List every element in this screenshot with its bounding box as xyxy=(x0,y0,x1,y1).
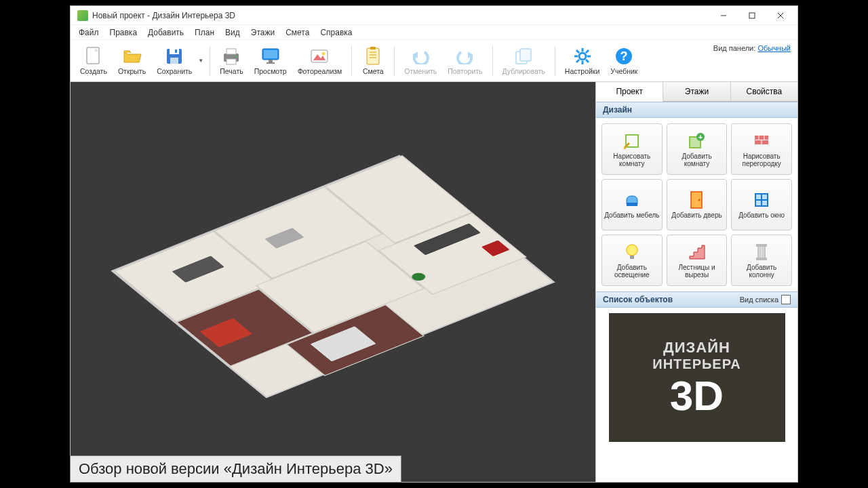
help-icon: ? xyxy=(614,46,634,66)
separator xyxy=(492,46,493,76)
app-icon xyxy=(77,10,88,21)
preview-button[interactable]: Просмотр xyxy=(250,44,292,77)
tab-properties[interactable]: Свойства xyxy=(731,82,797,101)
promo-3d: 3D xyxy=(670,375,724,417)
printer-icon xyxy=(221,46,241,66)
promo-logo: ДИЗАЙН ИНТЕРЬЕРА 3D xyxy=(609,313,785,442)
close-button[interactable] xyxy=(766,7,795,24)
svg-rect-59 xyxy=(630,256,634,259)
menubar: Файл Правка Добавить План Вид Этажи Смет… xyxy=(71,25,797,40)
photoreal-button[interactable]: Фотореализм xyxy=(293,44,347,77)
design-btn-draw-room[interactable]: Нарисовать комнату xyxy=(601,123,663,175)
separator xyxy=(555,46,555,76)
menu-edit[interactable]: Правка xyxy=(104,26,143,39)
add-room-icon: + xyxy=(686,131,707,151)
svg-rect-16 xyxy=(269,60,273,62)
app-window: Новый проект - Дизайн Интерьера 3D Файл … xyxy=(70,5,798,483)
add-window-icon xyxy=(751,190,772,210)
save-button[interactable]: Сохранить xyxy=(152,44,197,77)
svg-rect-8 xyxy=(170,58,178,64)
svg-rect-9 xyxy=(175,49,177,53)
render-icon xyxy=(309,46,330,66)
save-icon xyxy=(164,46,184,66)
save-label: Сохранить xyxy=(157,67,192,75)
duplicate-label: Дублировать xyxy=(502,67,545,75)
design-btn-add-column[interactable]: Добавить колонну xyxy=(731,235,792,286)
object-list-view-toggle[interactable]: Вид списка xyxy=(740,295,791,304)
design-grid: Нарисовать комнату+Добавить комнатуНарис… xyxy=(596,118,797,291)
caption-text: Обзор новой версии «Дизайн Интерьера 3D» xyxy=(79,460,393,478)
menu-plan[interactable]: План xyxy=(189,26,220,39)
open-label: Открыть xyxy=(118,67,146,75)
side-tabs: Проект Этажи Свойства xyxy=(596,82,797,102)
draw-room-icon xyxy=(622,131,642,151)
window-controls xyxy=(709,7,795,24)
svg-point-30 xyxy=(579,53,586,60)
svg-rect-1 xyxy=(749,13,755,18)
menu-view[interactable]: Вид xyxy=(220,26,245,39)
menu-file[interactable]: Файл xyxy=(73,26,104,39)
viewport-3d[interactable] xyxy=(71,82,595,482)
close-icon xyxy=(777,12,784,19)
design-label: Добавить освещение xyxy=(604,264,660,279)
svg-rect-11 xyxy=(226,49,236,54)
open-button[interactable]: Открыть xyxy=(113,44,151,77)
svg-line-35 xyxy=(576,50,579,53)
estimate-button[interactable]: Смета xyxy=(357,44,389,77)
design-btn-add-door[interactable]: Добавить дверь xyxy=(667,179,728,230)
window-title: Новый проект - Дизайн Интерьера 3D xyxy=(92,11,709,20)
svg-rect-47 xyxy=(755,136,768,140)
design-btn-add-light[interactable]: Добавить освещение xyxy=(601,235,663,286)
svg-text:?: ? xyxy=(620,49,628,63)
new-file-icon xyxy=(83,46,104,66)
design-label: Добавить комнату xyxy=(669,152,726,168)
minimize-button[interactable] xyxy=(709,7,738,24)
stairs-icon xyxy=(686,242,707,262)
svg-text:+: + xyxy=(698,133,703,141)
print-button[interactable]: Печать xyxy=(215,44,248,77)
side-panel: Проект Этажи Свойства Дизайн Нарисовать … xyxy=(595,82,797,482)
design-btn-add-window[interactable]: Добавить окно xyxy=(731,179,792,230)
help-button[interactable]: ? Учебник xyxy=(606,44,642,77)
tab-floors[interactable]: Этажи xyxy=(663,82,730,101)
menu-estimate[interactable]: Смета xyxy=(280,26,315,39)
settings-button[interactable]: Настройки xyxy=(560,44,605,77)
svg-rect-60 xyxy=(758,246,765,258)
menu-help[interactable]: Справка xyxy=(315,26,357,39)
redo-button[interactable]: Повторить xyxy=(443,44,487,77)
design-label: Добавить окно xyxy=(738,211,785,220)
design-btn-draw-wall[interactable]: Нарисовать перегородку xyxy=(731,123,792,175)
duplicate-button[interactable]: Дублировать xyxy=(498,44,550,77)
save-button-group: Сохранить ▼ xyxy=(151,44,205,77)
panel-mode-link[interactable]: Обычный xyxy=(757,44,791,52)
main-area: Проект Этажи Свойства Дизайн Нарисовать … xyxy=(71,82,797,482)
floorplan-render xyxy=(81,90,585,474)
menu-floors[interactable]: Этажи xyxy=(245,26,280,39)
design-btn-stairs[interactable]: Лестницы и вырезы xyxy=(667,235,728,286)
add-light-icon xyxy=(622,242,642,262)
folder-open-icon xyxy=(122,46,142,66)
undo-button[interactable]: Отменить xyxy=(399,44,441,77)
tab-project[interactable]: Проект xyxy=(596,82,663,102)
list-view-icon xyxy=(781,295,791,304)
add-furniture-icon xyxy=(622,190,642,210)
design-btn-add-room[interactable]: +Добавить комнату xyxy=(667,123,728,175)
redo-icon xyxy=(455,46,475,66)
object-list-header: Список объектов Вид списка xyxy=(596,291,797,308)
design-btn-add-furniture[interactable]: Добавить мебель xyxy=(601,179,663,230)
maximize-button[interactable] xyxy=(738,7,766,24)
estimate-label: Смета xyxy=(363,67,384,75)
svg-point-20 xyxy=(322,52,326,56)
estimate-icon xyxy=(363,46,383,66)
svg-point-54 xyxy=(698,199,701,201)
save-dropdown-arrow[interactable]: ▼ xyxy=(196,49,205,72)
design-label: Добавить мебель xyxy=(604,211,659,220)
menu-add[interactable]: Добавить xyxy=(142,26,189,39)
svg-point-58 xyxy=(627,245,637,256)
object-list-title: Список объектов xyxy=(603,295,673,304)
svg-rect-12 xyxy=(226,59,236,64)
separator xyxy=(394,46,395,76)
design-label: Добавить колонну xyxy=(733,264,790,279)
settings-label: Настройки xyxy=(565,67,600,75)
create-button[interactable]: Создать xyxy=(75,44,112,77)
